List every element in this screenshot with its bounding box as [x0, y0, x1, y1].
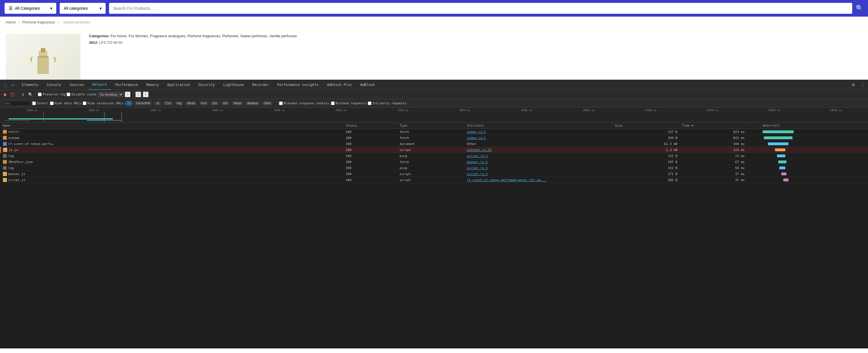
- filter-css-btn[interactable]: CSS: [163, 101, 173, 105]
- throttle-select[interactable]: No throttling: [98, 92, 123, 97]
- cell-initiator[interactable]: index.js:1: [464, 135, 612, 141]
- import-btn[interactable]: ⬆: [135, 92, 142, 98]
- invert-checkbox[interactable]: [32, 101, 36, 105]
- hide-data-urls-label[interactable]: Hide data URLs: [50, 101, 81, 105]
- cell-name: {}JBtd7erz.json: [1, 159, 58, 165]
- col-header-size[interactable]: Size: [613, 122, 680, 129]
- table-row[interactable]: {}JBtd7erz.json200fetchbanner.js:1297 B6…: [1, 159, 868, 165]
- breadcrumb: Home / Perfume fragrances / Sweet perfum…: [0, 16, 868, 28]
- filter-input[interactable]: [2, 101, 30, 106]
- blocked-requests-label[interactable]: Blocked requests: [331, 101, 366, 105]
- breadcrumb-home[interactable]: Home: [6, 20, 16, 24]
- all-categories-select-button[interactable]: All categories ▾: [60, 3, 105, 14]
- search-input[interactable]: [109, 3, 852, 14]
- tab-recorder[interactable]: Recorder: [248, 80, 273, 90]
- initiator-link[interactable]: lf-scent-of-tokyo-perfumed-water-for-wo.…: [467, 178, 547, 182]
- filter-js-btn[interactable]: JS: [154, 101, 161, 105]
- third-party-label[interactable]: 3rd-party requests: [368, 101, 406, 105]
- tab-sources[interactable]: Sources: [65, 80, 88, 90]
- tab-console-label: Console: [47, 83, 61, 87]
- filter-manifest-btn[interactable]: Manifest: [245, 101, 260, 105]
- initiator-link[interactable]: index.js:1: [467, 130, 486, 134]
- col-header-time[interactable]: Time ▼: [680, 122, 747, 129]
- cell-initiator[interactable]: script.js:1: [464, 171, 612, 177]
- table-row[interactable]: {}script.js304scriptlf-scent-of-tokyo-pe…: [1, 177, 868, 183]
- initiator-link[interactable]: script.js:1: [467, 154, 488, 158]
- initiator-link[interactable]: index.js:1: [467, 136, 486, 140]
- filter-button[interactable]: ⊻: [20, 92, 26, 98]
- filter-media-btn[interactable]: Media: [185, 101, 197, 105]
- table-row[interactable]: □log200pingscript.js:1152 B58 ms: [1, 165, 868, 171]
- search-button[interactable]: 🔍: [27, 92, 34, 98]
- table-row[interactable]: □log200pingscript.js:1152 B72 ms: [1, 153, 868, 159]
- network-table-container[interactable]: Name Status Type Initiator Size Time ▼ W…: [0, 122, 868, 348]
- record-button[interactable]: ⏺: [2, 92, 8, 98]
- search-button[interactable]: 🔍: [856, 5, 863, 12]
- initiator-link[interactable]: script.js:1: [467, 172, 488, 176]
- col-header-status[interactable]: Status: [343, 122, 397, 129]
- tab-console[interactable]: Console: [43, 80, 66, 90]
- tab-lighthouse-label: Lighthouse: [223, 83, 244, 87]
- breadcrumb-perfume-fragrances[interactable]: Perfume fragrances: [22, 20, 55, 24]
- clear-button[interactable]: 🚫: [9, 92, 16, 98]
- filter-ws-btn[interactable]: WS: [221, 101, 229, 105]
- table-row[interactable]: {}schema200fetchindex.js:1399 B815 ms: [1, 135, 868, 141]
- filter-fetch-xhr-btn[interactable]: Fetch/XHR: [134, 101, 152, 105]
- cell-initiator[interactable]: lf-scent-of-tokyo-perfumed-water-for-wo.…: [464, 177, 612, 183]
- initiator-link[interactable]: content.js:32: [467, 148, 491, 152]
- filter-wasm-btn[interactable]: Wasm: [231, 101, 243, 105]
- col-header-name[interactable]: Name: [1, 122, 344, 129]
- table-row[interactable]: {}refill200fetchindex.js:1137 B823 ms: [1, 129, 868, 135]
- tab-memory[interactable]: Memory: [143, 80, 163, 90]
- cell-initiator[interactable]: index.js:1: [464, 129, 612, 135]
- tab-adblock[interactable]: AdBlock: [356, 80, 379, 90]
- cell-initiator[interactable]: content.js:32: [464, 147, 612, 153]
- tab-elements[interactable]: Elements: [18, 80, 43, 90]
- devtools-more-icon[interactable]: ⋮: [858, 82, 868, 87]
- categories-value: For home, For Women, Fragrance analogues…: [111, 34, 297, 38]
- table-row[interactable]: □lf-scent-of-tokyo-perfumed-water-for-wo…: [1, 141, 868, 147]
- preserve-log-checkbox[interactable]: [38, 93, 42, 96]
- third-party-checkbox[interactable]: [368, 101, 371, 105]
- initiator-link[interactable]: banner.js:1: [467, 160, 488, 164]
- hide-extension-urls-label[interactable]: Hide extension URLs: [83, 101, 123, 105]
- tab-application[interactable]: Application: [163, 80, 194, 90]
- disable-cache-label[interactable]: Disable cache: [67, 93, 96, 96]
- table-row[interactable]: {}banner.js200scriptscript.js:1271 B37 m…: [1, 171, 868, 177]
- hide-extension-urls-checkbox[interactable]: [83, 101, 86, 105]
- table-row[interactable]: {}js.js200scriptcontent.js:321.3 kB124 m…: [1, 147, 868, 153]
- tab-lighthouse[interactable]: Lighthouse: [219, 80, 248, 90]
- col-header-initiator[interactable]: Initiator: [464, 122, 612, 129]
- tab-performance[interactable]: Performance: [112, 80, 143, 90]
- col-header-type[interactable]: Type: [397, 122, 464, 129]
- devtools-settings-icon[interactable]: ⚙: [849, 82, 858, 87]
- filter-font-btn[interactable]: Font: [199, 101, 209, 105]
- device-toolbar-icon[interactable]: ▭: [10, 82, 16, 88]
- blocked-requests-checkbox[interactable]: [331, 101, 335, 105]
- all-categories-button[interactable]: ☰ All Categories ▾: [5, 3, 56, 14]
- hide-data-urls-checkbox[interactable]: [50, 101, 54, 105]
- tab-performance-insights[interactable]: Performance insights: [273, 80, 323, 90]
- filter-other-btn[interactable]: Other: [262, 101, 273, 105]
- blocked-cookies-label[interactable]: Blocked response cookies: [279, 101, 329, 105]
- disable-cache-checkbox[interactable]: [67, 93, 70, 96]
- inspect-icon[interactable]: ⬚: [2, 82, 8, 88]
- tab-network-label: Network: [92, 82, 107, 86]
- col-header-waterfall[interactable]: Waterfall: [761, 122, 868, 129]
- tab-security[interactable]: Security: [194, 80, 219, 90]
- filter-doc-btn[interactable]: Doc: [210, 101, 220, 105]
- blocked-cookies-checkbox[interactable]: [279, 101, 283, 105]
- invert-label[interactable]: Invert: [32, 101, 48, 105]
- cell-initiator[interactable]: script.js:1: [464, 153, 612, 159]
- tab-adblock-plus[interactable]: Adblock Plus: [323, 80, 356, 90]
- tab-network[interactable]: Network: [88, 80, 112, 90]
- initiator-link[interactable]: script.js:1: [467, 166, 488, 170]
- filter-all-btn[interactable]: All: [125, 101, 132, 105]
- preserve-log-label[interactable]: Preserve log: [38, 93, 65, 96]
- export-btn[interactable]: ⬇: [143, 92, 149, 98]
- filter-img-btn[interactable]: Img: [175, 101, 184, 105]
- throttle-dropdown-btn[interactable]: ▾: [125, 92, 131, 98]
- cell-initiator[interactable]: script.js:1: [464, 165, 612, 171]
- col-header-extra: [747, 122, 761, 129]
- cell-initiator[interactable]: banner.js:1: [464, 159, 612, 165]
